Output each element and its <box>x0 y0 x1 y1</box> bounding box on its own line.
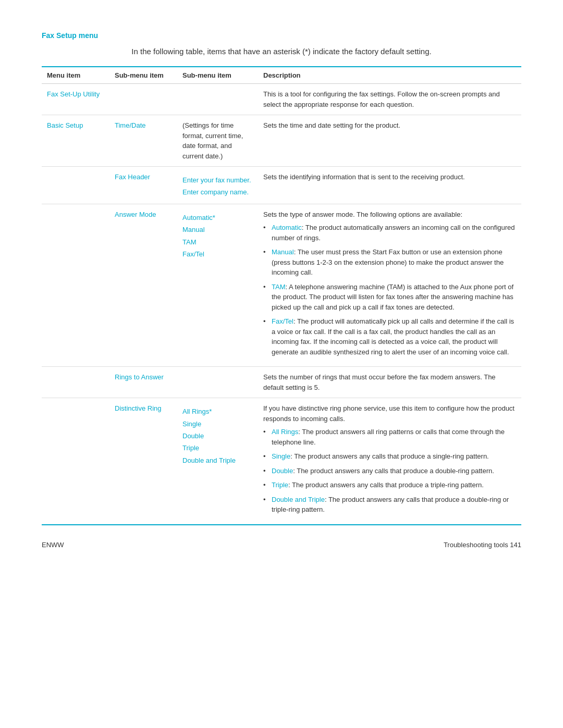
cell-sub2: Enter your fax number.Enter company name… <box>177 167 258 204</box>
header-menu-item: Menu item <box>42 67 109 84</box>
table-header-row: Menu item Sub-menu item Sub-menu item De… <box>42 67 521 84</box>
cell-menu-item: Fax Set-Up Utility <box>42 84 109 115</box>
cell-sub2 <box>177 84 258 115</box>
cell-sub1: Answer Mode <box>109 204 177 367</box>
bullet-item: Double and Triple: The product answers a… <box>263 495 516 515</box>
table-row: Distinctive RingAll Rings*SingleDoubleTr… <box>42 398 521 525</box>
cell-sub2: Automatic*ManualTAMFax/Tel <box>177 204 258 367</box>
table-row: Answer ModeAutomatic*ManualTAMFax/TelSet… <box>42 204 521 367</box>
bullet-item: Automatic: The product automatically ans… <box>263 223 516 243</box>
table-row: Rings to AnswerSets the number of rings … <box>42 367 521 398</box>
cell-menu-item <box>42 167 109 204</box>
table-row: Fax HeaderEnter your fax number.Enter co… <box>42 167 521 204</box>
cell-sub2: All Rings*SingleDoubleTripleDouble and T… <box>177 398 258 525</box>
footer-right: Troubleshooting tools 141 <box>444 541 521 549</box>
bullet-item: All Rings: The product answers all ring … <box>263 427 516 447</box>
fax-setup-menu-title: Fax Setup menu <box>42 31 521 40</box>
bullet-item: Manual: The user must press the Start Fa… <box>263 247 516 278</box>
intro-text: In the following table, items that have … <box>42 47 521 56</box>
cell-description: Sets the number of rings that must occur… <box>258 367 521 398</box>
main-table: Menu item Sub-menu item Sub-menu item De… <box>42 66 521 525</box>
bullet-item: Double: The product answers any calls th… <box>263 466 516 476</box>
cell-menu-item <box>42 204 109 367</box>
cell-description: Sets the identifying information that is… <box>258 167 521 204</box>
header-sub2: Sub-menu item <box>177 67 258 84</box>
bullet-item: Fax/Tel: The product will automatically … <box>263 316 516 357</box>
header-description: Description <box>258 67 521 84</box>
table-row: Fax Set-Up UtilityThis is a tool for con… <box>42 84 521 115</box>
cell-sub1 <box>109 84 177 115</box>
cell-menu-item: Basic Setup <box>42 115 109 167</box>
table-row: Basic SetupTime/Date(Settings for time f… <box>42 115 521 167</box>
cell-description: This is a tool for configuring the fax s… <box>258 84 521 115</box>
header-sub1: Sub-menu item <box>109 67 177 84</box>
cell-sub1: Rings to Answer <box>109 367 177 398</box>
footer-left: ENWW <box>42 541 64 549</box>
bullet-item: TAM: A telephone answering machine (TAM)… <box>263 282 516 313</box>
cell-menu-item <box>42 367 109 398</box>
bullet-item: Triple: The product answers any calls th… <box>263 480 516 490</box>
cell-sub2 <box>177 367 258 398</box>
page-title-section: Fax Setup menu In the following table, i… <box>42 31 521 56</box>
cell-sub1: Fax Header <box>109 167 177 204</box>
cell-sub1: Distinctive Ring <box>109 398 177 525</box>
cell-description: If you have distinctive ring phone servi… <box>258 398 521 525</box>
cell-sub1: Time/Date <box>109 115 177 167</box>
page-footer: ENWW Troubleshooting tools 141 <box>42 541 521 549</box>
cell-description: Sets the type of answer mode. The follow… <box>258 204 521 367</box>
cell-menu-item <box>42 398 109 525</box>
bullet-item: Single: The product answers any calls th… <box>263 451 516 462</box>
cell-description: Sets the time and date setting for the p… <box>258 115 521 167</box>
cell-sub2: (Settings for time format, current time,… <box>177 115 258 167</box>
